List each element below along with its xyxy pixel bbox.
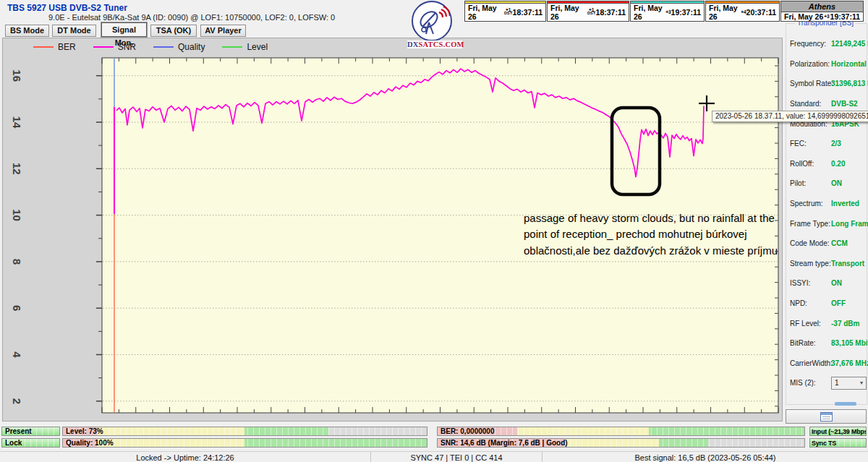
transponder-value: CCM [831, 239, 848, 247]
y-axis-label: 4 [11, 351, 23, 358]
clock-city-label: Athens [781, 1, 863, 12]
transponder-label: Frequency: [790, 40, 831, 48]
chevron-down-icon: ▾ [860, 380, 863, 386]
transponder-label: RF Level: [790, 320, 831, 328]
dxsatcs-logo: DXSATCS.COM [407, 0, 462, 49]
tab-bs-mode[interactable]: BS Mode [5, 25, 49, 37]
sidebar-scrollbar-thumb[interactable] [835, 402, 856, 406]
clock-time: Fri, May 26+1DST18:37:11 [548, 4, 629, 21]
y-axis-label: 16 [11, 69, 23, 82]
window-title: TBS 5927 USB DVB-S2 Tuner [7, 3, 127, 13]
transponder-label: CarrierWidth: [790, 359, 831, 367]
world-clocks: Lučenec-Slovakia_R.DávidFri, May 26+1DST… [464, 1, 864, 22]
transponder-row: Frame Type:Long Frame [786, 213, 867, 234]
storm-note-line: passage of heavy storm clouds, but no ra… [524, 210, 791, 226]
transponder-label: Standard: [790, 100, 831, 108]
mis-row: MIS (2):1▾ [786, 373, 867, 393]
transponder-row: Stream type:Transport [786, 254, 867, 274]
transponder-value: -37 dBm [831, 320, 859, 328]
chart-tooltip: 2023-05-26 18.37.11, value: 14,699999809… [712, 111, 868, 122]
status-best-signal: Best signal: 16,5 dB (2023-05-26 05:44) [542, 452, 868, 462]
storm-note-line: oblačnosti,ale bez dažďových zrážok v mi… [524, 243, 791, 259]
clock-time: Fri, May 26+319:37:11 [781, 12, 863, 21]
transponder-value: Transport [831, 260, 864, 268]
transponder-value: Horizontal [831, 60, 867, 68]
y-axis-label: 8 [11, 259, 23, 265]
transponder-label: ISSYI: [790, 279, 831, 287]
transponder-label: BitRate: [790, 339, 831, 347]
transponder-value: Inverted [831, 200, 859, 208]
transponder-label: Spectrum: [790, 200, 831, 208]
transponder-label: Stream type: [790, 260, 831, 268]
clock-3: MoscowFri, May 26+319:37:11 [630, 1, 705, 22]
transponder-value: Long Frame [831, 220, 868, 228]
transponder-label: Pilot: [790, 179, 831, 187]
transponder-list-button[interactable] [786, 409, 867, 424]
status-uptime: Locked -> Uptime: 24:12:26 [0, 452, 370, 462]
clock-time: Fri, May 26+420:37:11 [706, 4, 779, 21]
transponder-row: Polarization:Horizontal [786, 54, 867, 74]
transponder-panel: Transponder [BS] Frequency:12149,245 MHz… [786, 23, 867, 405]
quality-meter: Quality: 100% [62, 438, 427, 448]
status-sync-info: SYNC 47 | TEI 0 | CC 414 [370, 452, 542, 462]
present-indicator: Present [1, 427, 60, 436]
mis-label: MIS (2): [790, 379, 831, 387]
transponder-value: ON [831, 279, 842, 287]
window-subtitle: 9.0E - Eutelsat 9B/Ka-Sat 9A (ID: 0090) … [48, 13, 335, 22]
transponder-row: Spectrum:Inverted [786, 194, 867, 214]
storm-note-line: point of reception_ prechod mohutnej búr… [524, 226, 791, 242]
y-axis-label: 12 [11, 163, 23, 175]
transponder-label: Frame Type: [790, 220, 831, 228]
transponder-label: RollOff: [790, 160, 831, 168]
clock-time: Fri, May 26+1DST18:37:11 [465, 4, 545, 21]
transponder-value: 12149,245 MHz [831, 40, 868, 48]
sync-ts-indicator: Sync TS [809, 438, 867, 448]
transponder-row: Symbol Rate:31396,813 KS/s [786, 74, 867, 94]
clock-1: Lučenec-Slovakia_R.DávidFri, May 26+1DST… [464, 1, 546, 22]
y-axis-label: 10 [11, 209, 23, 221]
y-axis-label: 2 [11, 398, 23, 404]
transponder-row: BitRate:83,105 Mbit/s [786, 333, 867, 354]
transponder-value: 37,676 MHz [831, 359, 868, 367]
clock-5: AthensFri, May 26+319:37:11 [780, 1, 864, 22]
transponder-value: 0.20 [831, 160, 845, 168]
tab-signal-mon-[interactable]: Signal Mon. [101, 22, 147, 37]
tab-dt-mode[interactable]: DT Mode [52, 25, 96, 37]
transponder-label: FEC: [790, 140, 831, 147]
transponder-label: Symbol Rate: [790, 80, 831, 87]
transponder-label: Code Mode: [790, 239, 831, 247]
transponder-value: DVB-S2 [831, 100, 858, 108]
transponder-row: NPD:OFF [786, 294, 867, 314]
transponder-value: 2/3 [831, 140, 841, 147]
transponder-row: Code Mode:CCM [786, 234, 867, 254]
logo-text: DXSATCS.COM [407, 40, 462, 48]
transponder-row: FEC:2/3 [786, 134, 867, 154]
clock-2: Berlin-Paris-Vienna-BelgradeFri, May 26+… [547, 1, 629, 22]
clock-time: Fri, May 26+319:37:11 [631, 4, 704, 21]
transponder-label: Polarization: [790, 60, 831, 68]
ber-meter: BER: 0,0000000 [437, 427, 805, 436]
satellite-dish-icon [412, 1, 452, 41]
transponder-rows: Frequency:12149,245 MHzPolarization:Hori… [786, 34, 867, 393]
snr-meter: SNR: 14,6 dB (Margin: 7,6 dB | Good) [437, 438, 805, 448]
transponder-value: ON [831, 179, 842, 187]
tab-tsa-ok-[interactable]: TSA (OK) [150, 25, 197, 37]
input-bitrate-indicator: Input (~21,39 Mbps) [809, 427, 867, 436]
mis-dropdown[interactable]: 1▾ [831, 377, 867, 390]
transponder-row: CarrierWidth:37,676 MHz [786, 354, 867, 374]
y-axis-label: 6 [11, 305, 23, 311]
status-bar: Locked -> Uptime: 24:12:26 SYNC 47 | TEI… [0, 451, 868, 462]
transponder-row: RollOff:0.20 [786, 154, 867, 174]
tab-av-player[interactable]: AV Player [200, 25, 246, 37]
lock-indicator: Lock [1, 438, 60, 448]
storm-annotation-text: passage of heavy storm clouds, but no ra… [524, 210, 791, 259]
transponder-row: Pilot:ON [786, 174, 867, 194]
transponder-value: 31396,813 KS/s [831, 80, 868, 87]
y-axis-label: 14 [11, 116, 23, 129]
transponder-row: RF Level:-37 dBm [786, 313, 867, 333]
clock-4: DubaiFri, May 26+420:37:11 [705, 1, 780, 22]
level-meter: Level: 73% [62, 427, 427, 436]
transponder-value: OFF [831, 299, 846, 307]
window-list-icon [820, 412, 833, 422]
transponder-row: ISSYI:ON [786, 273, 867, 294]
